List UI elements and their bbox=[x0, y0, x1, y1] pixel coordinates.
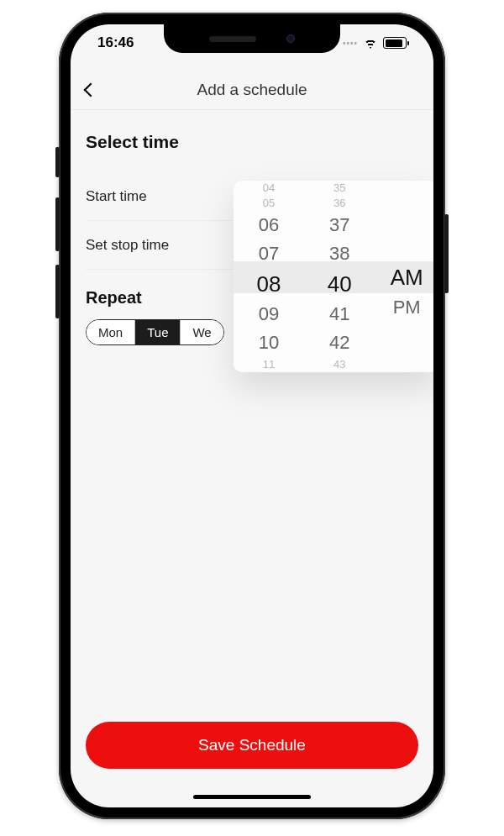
status-bar: 16:46 •••• bbox=[71, 24, 433, 61]
hour-option[interactable]: 10 bbox=[259, 329, 279, 357]
meridiem-pm[interactable]: PM bbox=[393, 293, 421, 322]
wifi-icon bbox=[363, 37, 378, 49]
start-time-label: Start time bbox=[86, 188, 147, 205]
save-schedule-button[interactable]: Save Schedule bbox=[86, 722, 418, 769]
home-indicator[interactable] bbox=[193, 795, 311, 799]
save-button-label: Save Schedule bbox=[198, 736, 306, 755]
time-picker-popover: 04 05 06 07 08 09 10 11 35 36 37 38 bbox=[234, 181, 433, 372]
day-tuesday[interactable]: Tue bbox=[135, 320, 181, 344]
hour-option[interactable]: 06 bbox=[259, 211, 279, 239]
minute-option[interactable]: 38 bbox=[329, 239, 349, 268]
mute-switch bbox=[55, 147, 60, 177]
hour-option[interactable]: 05 bbox=[263, 196, 275, 211]
signal-dots: •••• bbox=[343, 39, 358, 48]
nav-bar: Add a schedule bbox=[71, 70, 433, 110]
phone-screen: 16:46 •••• Add a schedule Select time St… bbox=[71, 24, 433, 807]
meridiem-am[interactable]: AM bbox=[391, 261, 423, 293]
day-selector[interactable]: Mon Tue We bbox=[86, 319, 224, 345]
day-wednesday[interactable]: We bbox=[181, 320, 223, 344]
section-title: Select time bbox=[86, 132, 418, 152]
stop-time-label: Set stop time bbox=[86, 237, 169, 254]
minute-column[interactable]: 35 36 37 38 40 41 42 43 bbox=[304, 181, 375, 372]
minute-option[interactable]: 36 bbox=[333, 196, 345, 211]
minute-option[interactable]: 35 bbox=[333, 181, 345, 196]
phone-frame: 16:46 •••• Add a schedule Select time St… bbox=[59, 13, 445, 819]
day-monday[interactable]: Mon bbox=[87, 320, 135, 344]
meridiem-column[interactable]: AM PM bbox=[375, 181, 433, 372]
minute-option[interactable]: 37 bbox=[329, 211, 349, 239]
minute-option-selected[interactable]: 40 bbox=[328, 268, 352, 300]
volume-down-button bbox=[55, 265, 60, 318]
volume-up-button bbox=[55, 197, 60, 251]
hour-option-selected[interactable]: 08 bbox=[257, 268, 281, 300]
power-button bbox=[444, 214, 449, 293]
hour-option[interactable]: 04 bbox=[263, 181, 275, 196]
hour-option[interactable]: 11 bbox=[263, 357, 275, 372]
hour-option[interactable]: 07 bbox=[259, 239, 279, 268]
minute-option[interactable]: 41 bbox=[329, 300, 349, 329]
page-title: Add a schedule bbox=[71, 81, 433, 99]
status-time: 16:46 bbox=[97, 34, 134, 51]
minute-option[interactable]: 43 bbox=[333, 357, 345, 372]
hour-column[interactable]: 04 05 06 07 08 09 10 11 bbox=[234, 181, 304, 372]
content-area: Select time Start time 09:40 Set stop ti… bbox=[71, 110, 433, 807]
battery-icon bbox=[383, 37, 407, 49]
hour-option[interactable]: 09 bbox=[259, 300, 279, 329]
minute-option[interactable]: 42 bbox=[329, 329, 349, 357]
